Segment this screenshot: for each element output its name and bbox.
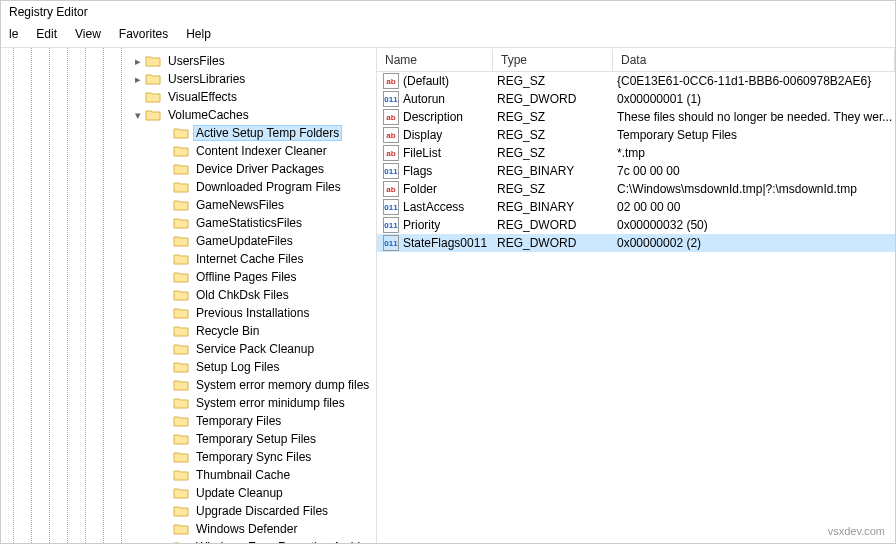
tree-item-label: VisualEffects bbox=[165, 90, 240, 104]
value-row-autorun[interactable]: 011AutorunREG_DWORD0x00000001 (1) bbox=[377, 90, 895, 108]
tree-item-old-chkdsk-files[interactable]: Old ChkDsk Files bbox=[1, 286, 376, 304]
tree-item-downloaded-program-files[interactable]: Downloaded Program Files bbox=[1, 178, 376, 196]
tree-item-windows-defender[interactable]: Windows Defender bbox=[1, 520, 376, 538]
value-row-lastaccess[interactable]: 011LastAccessREG_BINARY02 00 00 00 bbox=[377, 198, 895, 216]
tree-item-system-error-minidump-files[interactable]: System error minidump files bbox=[1, 394, 376, 412]
expander-icon[interactable]: ▾ bbox=[131, 110, 145, 121]
value-name-cell: 011StateFlags0011 bbox=[377, 235, 493, 251]
tree-item-label: UsersFiles bbox=[165, 54, 228, 68]
tree-item-label: Temporary Setup Files bbox=[193, 432, 319, 446]
value-data: Temporary Setup Files bbox=[613, 128, 895, 142]
tree-item-label: Temporary Sync Files bbox=[193, 450, 314, 464]
value-row-display[interactable]: abDisplayREG_SZTemporary Setup Files bbox=[377, 126, 895, 144]
tree-item-internet-cache-files[interactable]: Internet Cache Files bbox=[1, 250, 376, 268]
tree-item-label: GameUpdateFiles bbox=[193, 234, 296, 248]
tree-item-temporary-setup-files[interactable]: Temporary Setup Files bbox=[1, 430, 376, 448]
tree-item-volumecaches[interactable]: ▾VolumeCaches bbox=[1, 106, 376, 124]
tree-item-gameupdatefiles[interactable]: GameUpdateFiles bbox=[1, 232, 376, 250]
tree-item-label: Windows Error Reporting Archive bbox=[193, 540, 376, 543]
value-name-cell: ab(Default) bbox=[377, 73, 493, 89]
tree-item-userslibraries[interactable]: ▸UsersLibraries bbox=[1, 70, 376, 88]
menu-edit[interactable]: Edit bbox=[28, 25, 65, 43]
tree-pane[interactable]: ▸UsersFiles▸UsersLibrariesVisualEffects▾… bbox=[1, 48, 377, 543]
menu-favorites[interactable]: Favorites bbox=[111, 25, 176, 43]
folder-icon bbox=[173, 522, 189, 536]
tree-item-gamenewsfiles[interactable]: GameNewsFiles bbox=[1, 196, 376, 214]
value-type: REG_DWORD bbox=[493, 218, 613, 232]
value-name: LastAccess bbox=[403, 200, 464, 214]
tree-item-label: VolumeCaches bbox=[165, 108, 252, 122]
folder-icon bbox=[173, 360, 189, 374]
list-pane[interactable]: Name Type Data ab(Default)REG_SZ{C0E13E6… bbox=[377, 48, 895, 543]
menu-file[interactable]: le bbox=[1, 25, 26, 43]
value-name-cell: 011Flags bbox=[377, 163, 493, 179]
expander-icon[interactable]: ▸ bbox=[131, 56, 145, 67]
col-data[interactable]: Data bbox=[613, 49, 895, 71]
tree-item-active-setup-temp-folders[interactable]: Active Setup Temp Folders bbox=[1, 124, 376, 142]
folder-icon bbox=[173, 180, 189, 194]
tree-item-temporary-files[interactable]: Temporary Files bbox=[1, 412, 376, 430]
tree-item-thumbnail-cache[interactable]: Thumbnail Cache bbox=[1, 466, 376, 484]
menu-help[interactable]: Help bbox=[178, 25, 219, 43]
value-type: REG_SZ bbox=[493, 110, 613, 124]
tree-item-label: Service Pack Cleanup bbox=[193, 342, 317, 356]
value-icon-sz: ab bbox=[383, 181, 399, 197]
tree-item-temporary-sync-files[interactable]: Temporary Sync Files bbox=[1, 448, 376, 466]
tree-item-label: UsersLibraries bbox=[165, 72, 248, 86]
value-name: Display bbox=[403, 128, 442, 142]
tree-item-content-indexer-cleaner[interactable]: Content Indexer Cleaner bbox=[1, 142, 376, 160]
menu-view[interactable]: View bbox=[67, 25, 109, 43]
tree-item-usersfiles[interactable]: ▸UsersFiles bbox=[1, 52, 376, 70]
value-row-folder[interactable]: abFolderREG_SZC:\Windows\msdownId.tmp|?:… bbox=[377, 180, 895, 198]
tree-item-label: Internet Cache Files bbox=[193, 252, 306, 266]
tree-item-label: Temporary Files bbox=[193, 414, 284, 428]
tree-item-system-error-memory-dump-files[interactable]: System error memory dump files bbox=[1, 376, 376, 394]
value-row-flags[interactable]: 011FlagsREG_BINARY7c 00 00 00 bbox=[377, 162, 895, 180]
value-row-stateflags0011[interactable]: 011StateFlags0011REG_DWORD0x00000002 (2) bbox=[377, 234, 895, 252]
col-name[interactable]: Name bbox=[377, 49, 493, 71]
col-type[interactable]: Type bbox=[493, 49, 613, 71]
value-name-cell: abDisplay bbox=[377, 127, 493, 143]
tree-item-windows-error-reporting-archive[interactable]: Windows Error Reporting Archive bbox=[1, 538, 376, 543]
folder-icon bbox=[173, 216, 189, 230]
value-type: REG_DWORD bbox=[493, 92, 613, 106]
value-row-description[interactable]: abDescriptionREG_SZThese files should no… bbox=[377, 108, 895, 126]
tree-item-label: System error memory dump files bbox=[193, 378, 372, 392]
tree-item-label: Thumbnail Cache bbox=[193, 468, 293, 482]
folder-icon bbox=[173, 540, 189, 543]
value-type: REG_BINARY bbox=[493, 164, 613, 178]
tree-item-label: Active Setup Temp Folders bbox=[193, 125, 342, 141]
folder-icon bbox=[173, 432, 189, 446]
value-row-filelist[interactable]: abFileListREG_SZ*.tmp bbox=[377, 144, 895, 162]
value-type: REG_SZ bbox=[493, 128, 613, 142]
folder-icon bbox=[145, 72, 161, 86]
value-row--default-[interactable]: ab(Default)REG_SZ{C0E13E61-0CC6-11d1-BBB… bbox=[377, 72, 895, 90]
tree-item-update-cleanup[interactable]: Update Cleanup bbox=[1, 484, 376, 502]
tree-item-recycle-bin[interactable]: Recycle Bin bbox=[1, 322, 376, 340]
tree-item-service-pack-cleanup[interactable]: Service Pack Cleanup bbox=[1, 340, 376, 358]
value-row-priority[interactable]: 011PriorityREG_DWORD0x00000032 (50) bbox=[377, 216, 895, 234]
value-name-cell: abFolder bbox=[377, 181, 493, 197]
list-body: ab(Default)REG_SZ{C0E13E61-0CC6-11d1-BBB… bbox=[377, 72, 895, 252]
tree-item-device-driver-packages[interactable]: Device Driver Packages bbox=[1, 160, 376, 178]
tree-item-visualeffects[interactable]: VisualEffects bbox=[1, 88, 376, 106]
tree-item-gamestatisticsfiles[interactable]: GameStatisticsFiles bbox=[1, 214, 376, 232]
value-data: 0x00000002 (2) bbox=[613, 236, 895, 250]
tree-item-offline-pages-files[interactable]: Offline Pages Files bbox=[1, 268, 376, 286]
value-type: REG_SZ bbox=[493, 74, 613, 88]
menu-bar: le Edit View Favorites Help bbox=[1, 23, 895, 48]
value-name: FileList bbox=[403, 146, 441, 160]
expander-icon[interactable]: ▸ bbox=[131, 74, 145, 85]
folder-icon bbox=[173, 342, 189, 356]
value-icon-sz: ab bbox=[383, 109, 399, 125]
tree-item-setup-log-files[interactable]: Setup Log Files bbox=[1, 358, 376, 376]
tree-item-label: Previous Installations bbox=[193, 306, 312, 320]
folder-icon bbox=[173, 288, 189, 302]
value-icon-sz: ab bbox=[383, 127, 399, 143]
folder-icon bbox=[173, 198, 189, 212]
tree-item-upgrade-discarded-files[interactable]: Upgrade Discarded Files bbox=[1, 502, 376, 520]
tree-item-label: Update Cleanup bbox=[193, 486, 286, 500]
tree-item-previous-installations[interactable]: Previous Installations bbox=[1, 304, 376, 322]
value-name-cell: 011LastAccess bbox=[377, 199, 493, 215]
list-header: Name Type Data bbox=[377, 48, 895, 72]
